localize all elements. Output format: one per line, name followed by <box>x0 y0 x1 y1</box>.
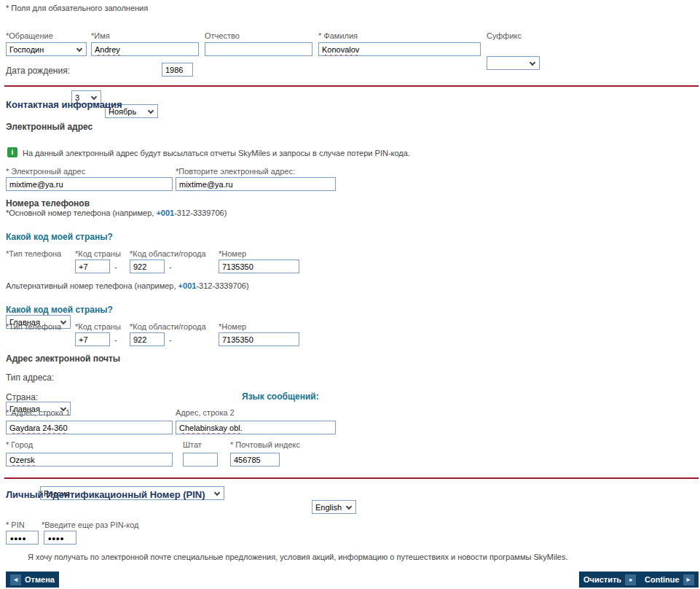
area-code-label: *Код области/города <box>130 249 206 258</box>
dob-year-input[interactable]: 1986 <box>162 63 193 77</box>
pin-value: •••• <box>10 533 26 544</box>
address-line1-label: * Адрес, строка 1 <box>6 408 70 417</box>
number-label: *Номер <box>219 249 246 258</box>
salutation-value: Господин <box>9 45 44 54</box>
state-input[interactable] <box>183 453 218 467</box>
primary-area-code-value: 922 <box>133 262 146 271</box>
cancel-button-label: Отмена <box>25 575 55 584</box>
primary-number-value: 7135350 <box>222 262 253 271</box>
address-header: Адрес электронной почты <box>6 354 120 364</box>
last-name-label: * Фамилия <box>318 31 358 40</box>
section-divider <box>4 85 699 87</box>
phone-type-label: *Тип телефона <box>6 322 61 331</box>
country-code-help-link[interactable]: Какой код моей страны? <box>6 232 113 242</box>
suffix-label: Суффикс <box>487 31 522 40</box>
alt-number-value: 7135350 <box>222 335 253 344</box>
country-code-help-link-alt[interactable]: Какой код моей страны? <box>6 305 113 315</box>
salutation-select[interactable]: Господин <box>6 42 87 56</box>
city-input[interactable]: Ozersk <box>6 453 173 467</box>
chevron-down-icon <box>214 490 220 496</box>
dob-year-value: 1986 <box>165 66 183 74</box>
contact-section-title: Контактная информация <box>6 99 122 110</box>
chevron-down-icon <box>346 504 352 510</box>
number-label: *Номер <box>219 322 246 331</box>
chevron-down-icon <box>148 108 154 114</box>
email-section-header: Электронный адрес <box>6 122 93 132</box>
middle-name-label: Отчество <box>205 31 240 40</box>
pin-repeat-label: *Введите еще раз PIN-код <box>42 520 139 529</box>
primary-phone-example-prefix: *Основной номер телефона (например, <box>6 208 156 217</box>
phones-header: Номера телефонов <box>6 198 90 208</box>
dash-separator: - <box>169 335 172 344</box>
primary-number-input[interactable]: 7135350 <box>219 260 299 273</box>
required-fields-note: * Поля для обязательного заполнения <box>6 4 148 12</box>
registration-form: * Поля для обязательного заполнения *Обр… <box>0 0 700 589</box>
example-country-code: +001 <box>178 281 197 290</box>
country-label: Страна: <box>6 392 38 402</box>
alt-area-code-value: 922 <box>133 335 146 344</box>
middle-name-input[interactable] <box>205 42 312 56</box>
zip-input[interactable]: 456785 <box>230 453 280 467</box>
email-repeat-input[interactable]: mixtime@ya.ru <box>176 177 336 191</box>
pin-repeat-input[interactable]: •••• <box>44 531 76 545</box>
dash-separator: - <box>169 262 172 271</box>
primary-phone-example: *Основной номер телефона (например, +001… <box>6 208 227 217</box>
zip-label: * Почтовый индекс <box>230 440 300 449</box>
language-select[interactable]: English <box>312 500 356 514</box>
alt-country-code-value: +7 <box>79 335 88 344</box>
arrow-left-icon: ◄ <box>10 574 21 585</box>
zip-value: 456785 <box>234 456 261 464</box>
alt-phone-example-prefix: Альтернативный номер телефона (например, <box>6 281 178 290</box>
section-divider <box>4 477 699 479</box>
continue-button[interactable]: Continue ► <box>640 572 699 588</box>
email-repeat-value: mixtime@ya.ru <box>179 180 233 189</box>
phone-type-label: *Тип телефона <box>6 249 61 258</box>
clear-button[interactable]: Очистить ■ <box>579 572 640 588</box>
pin-repeat-value: •••• <box>48 533 64 544</box>
dash-separator: - <box>114 262 117 271</box>
info-icon: i <box>7 147 17 157</box>
address-line1-value: Gaydara 24-360 <box>9 424 68 432</box>
arrow-right-icon: ► <box>683 574 694 585</box>
address-line2-label: Адрес, строка 2 <box>176 408 235 417</box>
country-code-label: *Код страны <box>75 322 121 331</box>
pin-input[interactable]: •••• <box>6 531 39 545</box>
chevron-down-icon <box>530 60 535 66</box>
city-value: Ozersk <box>9 456 35 464</box>
alt-number-input[interactable]: 7135350 <box>219 332 299 346</box>
email-value: mixtime@ya.ru <box>9 180 63 189</box>
dash-separator: - <box>114 335 117 344</box>
example-country-code: +001 <box>156 208 174 217</box>
alt-country-code-input[interactable]: +7 <box>75 332 110 346</box>
address-type-label: Тип адреса: <box>6 372 54 383</box>
last-name-input[interactable]: Konovalov <box>318 42 481 56</box>
primary-country-code-value: +7 <box>79 262 88 271</box>
square-icon: ■ <box>625 574 636 585</box>
cancel-button[interactable]: ◄ Отмена <box>6 572 59 588</box>
email-input[interactable]: mixtime@ya.ru <box>6 177 173 191</box>
pin-label: * PIN <box>6 520 25 529</box>
salutation-label: *Обращение <box>6 31 53 40</box>
suffix-select[interactable] <box>487 56 540 70</box>
country-code-label: *Код страны <box>75 249 121 258</box>
state-label: Штат <box>183 440 202 449</box>
continue-button-label: Continue <box>645 575 680 584</box>
address-line2-value: Chelabinskay obl. <box>179 424 243 432</box>
email-info-text: На данный электронный адрес будут высыла… <box>23 149 410 157</box>
dob-label: Дата рождения: <box>6 66 70 76</box>
alt-area-code-input[interactable]: 922 <box>130 332 165 346</box>
email-repeat-label: *Повторите электронный адрес: <box>176 167 295 176</box>
first-name-input[interactable]: Andrey <box>91 42 199 56</box>
address-line2-input[interactable]: Chelabinskay obl. <box>176 421 336 434</box>
address-line1-input[interactable]: Gaydara 24-360 <box>6 421 173 434</box>
first-name-value: Andrey <box>95 45 120 54</box>
clear-button-label: Очистить <box>583 575 621 584</box>
primary-area-code-input[interactable]: 922 <box>130 260 165 273</box>
alt-phone-example-suffix: -312-3339706) <box>196 281 248 290</box>
area-code-label: *Код области/города <box>130 322 206 331</box>
city-label: * Город <box>6 440 33 449</box>
chevron-down-icon <box>76 46 82 52</box>
primary-country-code-input[interactable]: +7 <box>75 260 110 273</box>
primary-phone-example-suffix: -312-3339706) <box>174 208 227 217</box>
first-name-label: *Имя <box>91 31 110 40</box>
